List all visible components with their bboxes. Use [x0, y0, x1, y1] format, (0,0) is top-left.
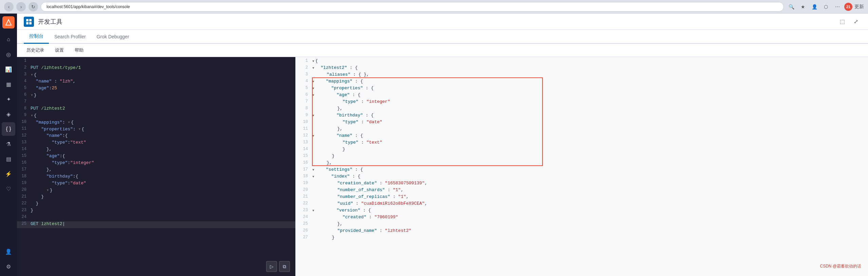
response-line-18: 18 ▾ "index" : {: [296, 174, 868, 181]
sidebar-item-dashboard[interactable]: ▦: [2, 77, 15, 91]
app-shell: ⌂ ◎ 📊 ▦ ✦ ◈ { } ⚗ ▤ ⚡ ♡ 👤 ⚙ 开发工具: [0, 14, 868, 276]
response-line-8: 8 },: [296, 106, 868, 113]
response-line-13: 13 "type" : "text": [296, 140, 868, 147]
response-line-5: 5 ▾ "properties" : {: [296, 86, 868, 92]
response-line-22: 22 "uuid" : "cuaDidmiRi62o8bFeX9CEA",: [296, 201, 868, 208]
editor-line-12: 12 "name":{: [17, 133, 295, 140]
editor-line-13: 13 "type":"text": [17, 140, 295, 147]
response-line-12: 12 ▾ "name" : {: [296, 133, 868, 140]
response-line-23: 23 ▾ "version" : {: [296, 208, 868, 215]
browser-reload-btn[interactable]: ↻: [29, 2, 38, 12]
browser-forward-btn[interactable]: ›: [16, 2, 26, 12]
sidebar-item-maps[interactable]: ◈: [2, 107, 15, 121]
response-line-14: 14 }: [296, 147, 868, 153]
response-line-4: 4 ▾ "mappings" : {: [296, 79, 868, 86]
browser-account-btn[interactable]: 👤: [810, 2, 819, 12]
browser-more-btn[interactable]: ⋯: [833, 2, 842, 12]
tab-grok-debugger[interactable]: Grok Debugger: [91, 31, 135, 44]
response-panel[interactable]: 1 ▾ { 2 ▾ "lzhtest2" : { 3 "aliases" : {…: [295, 57, 868, 276]
sidebar-item-home[interactable]: ⌂: [2, 33, 15, 46]
editor-line-18: 18 "birthday":{: [17, 174, 295, 181]
svg-marker-0: [6, 20, 11, 25]
browser-back-btn[interactable]: ‹: [4, 2, 14, 12]
svg-rect-2: [26, 19, 29, 21]
help-btn[interactable]: 帮助: [72, 46, 86, 55]
editor-line-10: 10 "mappings": ▾{: [17, 119, 295, 126]
response-line-9: 9 ▾ "birthday" : {: [296, 113, 868, 119]
content-area: 1 2 PUT /lzhtest/type/1 3 ▾{ 4 "name" : …: [17, 57, 868, 276]
watermark: CSDN @霜蓄欲动的话: [820, 263, 861, 269]
response-line-17: 17 ▾ "settings" : {: [296, 167, 868, 174]
app-title-icon: [24, 17, 34, 27]
editor-line-5: 5 "age":25: [17, 86, 295, 92]
response-line-20: 20 "number_of_shards" : "1",: [296, 187, 868, 194]
browser-extension-btn[interactable]: ⬡: [821, 2, 831, 12]
browser-search-btn[interactable]: 🔍: [787, 2, 796, 12]
notification-badge: 21: [844, 3, 852, 11]
history-btn[interactable]: 历史记录: [24, 46, 47, 55]
browser-bookmark-btn[interactable]: ★: [798, 2, 808, 12]
editor-line-3: 3 ▾{: [17, 72, 295, 79]
header-right: ⬚ ⤢: [837, 16, 861, 27]
editor-line-17: 17 },: [17, 167, 295, 174]
sidebar-item-uptime[interactable]: ♡: [2, 182, 15, 196]
editor-line-14: 14 },: [17, 147, 295, 153]
sidebar-item-stack[interactable]: ▤: [2, 152, 15, 166]
header-share-btn[interactable]: ⬚: [837, 16, 848, 27]
app-title: 开发工具: [38, 18, 62, 26]
response-line-1: 1 ▾ {: [296, 58, 868, 65]
sidebar-item-canvas[interactable]: ✦: [2, 92, 15, 106]
browser-update-btn[interactable]: 更新: [854, 2, 864, 12]
response-line-25: 25 },: [296, 221, 868, 228]
copy-as-curl-button[interactable]: ⧉: [279, 261, 290, 272]
browser-bar: ‹ › ↻ 🔍 ★ 👤 ⬡ ⋯ 21 更新: [0, 0, 868, 14]
header-fullscreen-btn[interactable]: ⤢: [850, 16, 861, 27]
response-line-16: 16 },: [296, 160, 868, 167]
response-line-26: 26 "provided_name" : "lzhtest2": [296, 228, 868, 235]
editor-line-20: 20 ▾}: [17, 187, 295, 194]
response-line-24: 24 "created" : "7060199": [296, 215, 868, 221]
settings-btn[interactable]: 设置: [52, 46, 67, 55]
sidebar-item-devtools[interactable]: { }: [2, 122, 15, 136]
sidebar-item-ml[interactable]: ⚗: [2, 137, 15, 151]
editor-line-1: 1: [17, 58, 295, 65]
response-line-21: 21 "number_of_replicas" : "1",: [296, 194, 868, 201]
sidebar-item-apm[interactable]: ⚡: [2, 167, 15, 181]
sidebar-item-user[interactable]: 👤: [2, 245, 15, 258]
run-button[interactable]: ▷: [266, 261, 277, 272]
response-line-6: 6 ▾ "age" : {: [296, 92, 868, 99]
editor-line-11: 11 "properties": ▾{: [17, 126, 295, 133]
response-line-3: 3 "aliases" : { },: [296, 72, 868, 79]
editor-line-25[interactable]: 25 GET lzhtest2|: [17, 221, 295, 228]
toolbar: 历史记录 设置 帮助: [17, 44, 868, 57]
response-line-7: 7 "type" : "integer": [296, 99, 868, 106]
response-line-10: 10 "type" : "date": [296, 119, 868, 126]
response-line-15: 15 }: [296, 153, 868, 160]
tab-search-profiler[interactable]: Search Profiler: [49, 31, 91, 44]
editor-lines: 1 2 PUT /lzhtest/type/1 3 ▾{ 4 "name" : …: [17, 57, 295, 229]
editor-line-22: 22 }: [17, 201, 295, 208]
response-line-19: 19 "creation_date" : "1658307509139",: [296, 181, 868, 187]
kibana-logo: [2, 16, 15, 29]
editor-line-19: 19 "type":"date": [17, 181, 295, 187]
app-header: 开发工具 ⬚ ⤢: [17, 14, 868, 30]
tab-console[interactable]: 控制台: [24, 30, 49, 44]
response-line-2: 2 ▾ "lzhtest2" : {: [296, 65, 868, 72]
sidebar-item-discover[interactable]: ◎: [2, 48, 15, 61]
editor-line-2: 2 PUT /lzhtest/type/1: [17, 65, 295, 72]
editor-line-6: 6 ▾}: [17, 92, 295, 99]
svg-rect-5: [29, 22, 32, 24]
editor-line-21: 21 }: [17, 194, 295, 201]
svg-rect-4: [26, 22, 29, 24]
editor-line-16: 16 "type":"integer": [17, 160, 295, 167]
editor-panel[interactable]: 1 2 PUT /lzhtest/type/1 3 ▾{ 4 "name" : …: [17, 57, 295, 276]
editor-line-8: 8 PUT /lzhtest2: [17, 106, 295, 113]
editor-line-23: 23 }: [17, 208, 295, 215]
sidebar-item-settings[interactable]: ⚙: [2, 260, 15, 273]
editor-line-4: 4 "name" : "lzh",: [17, 79, 295, 86]
sidebar-bottom: 👤 ⚙: [2, 245, 15, 273]
icon-sidebar: ⌂ ◎ 📊 ▦ ✦ ◈ { } ⚗ ▤ ⚡ ♡ 👤 ⚙: [0, 14, 17, 276]
browser-url-input[interactable]: [41, 2, 784, 12]
sidebar-item-visualize[interactable]: 📊: [2, 62, 15, 76]
editor-line-15: 15 "age":{: [17, 153, 295, 160]
